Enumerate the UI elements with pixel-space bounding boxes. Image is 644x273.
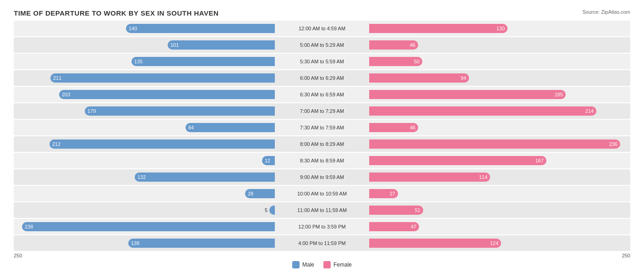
time-label: 9:00 AM to 9:59 AM [275, 174, 369, 180]
axis-right-label: 250 [622, 253, 630, 258]
right-section: 51 [369, 202, 630, 218]
female-bar: 214 [369, 106, 596, 116]
male-value: 212 [52, 141, 60, 147]
right-section: 130 [369, 21, 630, 36]
left-section: 84 [14, 120, 275, 135]
male-bar: 135 [131, 57, 275, 66]
legend-male: Male [292, 261, 314, 268]
female-value: 130 [497, 26, 505, 31]
left-section: 138 [14, 235, 275, 251]
chart-area: 14012:00 AM to 4:59 AM1301015:00 AM to 5… [14, 21, 630, 252]
left-section: 135 [14, 54, 275, 69]
female-value: 114 [479, 174, 487, 180]
male-bar: 138 [128, 239, 275, 248]
table-row: 128:30 AM to 8:59 AM167 [14, 153, 630, 168]
table-row: 2036:30 AM to 6:59 AM185 [14, 87, 630, 102]
male-bar: 132 [135, 173, 275, 182]
female-value: 47 [411, 224, 416, 229]
time-label: 6:30 AM to 6:59 AM [275, 92, 369, 97]
male-bar: 211 [50, 73, 275, 83]
table-row: 1384:00 PM to 11:59 PM124 [14, 235, 630, 251]
table-row: 847:30 AM to 7:59 AM46 [14, 120, 630, 135]
table-row: 1015:00 AM to 5:29 AM46 [14, 37, 630, 53]
table-row: 2810:00 AM to 10:59 AM27 [14, 186, 630, 201]
table-row: 1355:30 AM to 5:59 AM50 [14, 54, 630, 69]
time-label: 7:00 AM to 7:29 AM [275, 108, 369, 114]
table-row: 1797:00 AM to 7:29 AM214 [14, 103, 630, 119]
male-bar: 12 [262, 156, 275, 165]
male-value: 5 [265, 207, 267, 213]
female-bar: 46 [369, 123, 418, 132]
left-section: 101 [14, 37, 275, 53]
female-bar: 167 [369, 156, 546, 165]
table-row: 2116:00 AM to 6:29 AM94 [14, 70, 630, 86]
male-label: Male [302, 262, 314, 268]
female-bar: 185 [369, 90, 566, 99]
female-value: 185 [555, 92, 563, 97]
chart-container: TIME OF DEPARTURE TO WORK BY SEX IN SOUT… [0, 0, 644, 273]
female-bar: 51 [369, 206, 423, 215]
right-section: 47 [369, 219, 630, 234]
right-section: 236 [369, 136, 630, 152]
time-label: 8:00 AM to 8:29 AM [275, 141, 369, 147]
left-section: 203 [14, 87, 275, 102]
male-bar [269, 206, 275, 215]
right-section: 50 [369, 54, 630, 69]
table-row: 2128:00 AM to 8:29 AM236 [14, 136, 630, 152]
female-value: 51 [415, 207, 420, 213]
male-value: 138 [131, 240, 139, 246]
male-value: 132 [137, 174, 146, 180]
right-section: 46 [369, 120, 630, 135]
female-value: 27 [390, 191, 395, 196]
male-bar: 84 [186, 123, 275, 132]
table-row: 1329:00 AM to 9:59 AM114 [14, 169, 630, 185]
male-value: 140 [129, 26, 137, 31]
female-value: 94 [461, 75, 466, 81]
table-row: 14012:00 AM to 4:59 AM130 [14, 21, 630, 36]
time-label: 8:30 AM to 8:59 AM [275, 158, 369, 163]
source-text: Source: ZipAtlas.com [582, 9, 630, 15]
female-bar: 114 [369, 173, 490, 182]
male-bar: 179 [85, 106, 275, 116]
female-value: 236 [609, 141, 617, 147]
male-bar: 203 [59, 90, 275, 99]
time-label: 6:00 AM to 6:29 AM [275, 75, 369, 81]
female-value: 46 [410, 125, 415, 130]
female-label: Female [333, 262, 352, 268]
male-value: 84 [188, 125, 194, 130]
left-section: 179 [14, 103, 275, 119]
female-bar: 46 [369, 40, 418, 50]
right-section: 27 [369, 186, 630, 201]
male-value: 179 [87, 108, 96, 114]
right-section: 114 [369, 169, 630, 185]
table-row: 23812:00 PM to 3:59 PM47 [14, 219, 630, 234]
right-section: 46 [369, 37, 630, 53]
left-section: 12 [14, 153, 275, 168]
right-section: 214 [369, 103, 630, 119]
female-bar: 124 [369, 239, 501, 248]
left-section: 211 [14, 70, 275, 86]
female-value: 214 [585, 108, 594, 114]
left-section: 212 [14, 136, 275, 152]
left-section: 238 [14, 219, 275, 234]
legend: Male Female [14, 261, 630, 268]
left-section: 140 [14, 21, 275, 36]
male-value: 28 [248, 191, 253, 196]
right-section: 185 [369, 87, 630, 102]
time-label: 5:30 AM to 5:59 AM [275, 59, 369, 64]
female-color-box [323, 261, 331, 268]
chart-title: TIME OF DEPARTURE TO WORK BY SEX IN SOUT… [14, 9, 630, 17]
male-value: 238 [25, 224, 33, 229]
left-section: 132 [14, 169, 275, 185]
left-section: 5 [14, 202, 275, 218]
female-bar: 50 [369, 57, 422, 66]
right-section: 94 [369, 70, 630, 86]
male-value: 203 [62, 92, 70, 97]
male-value: 101 [170, 42, 179, 48]
male-bar: 238 [22, 222, 275, 231]
right-section: 124 [369, 235, 630, 251]
female-bar: 130 [369, 24, 508, 33]
female-bar: 94 [369, 73, 469, 83]
male-bar: 28 [245, 189, 275, 198]
time-label: 5:00 AM to 5:29 AM [275, 42, 369, 48]
